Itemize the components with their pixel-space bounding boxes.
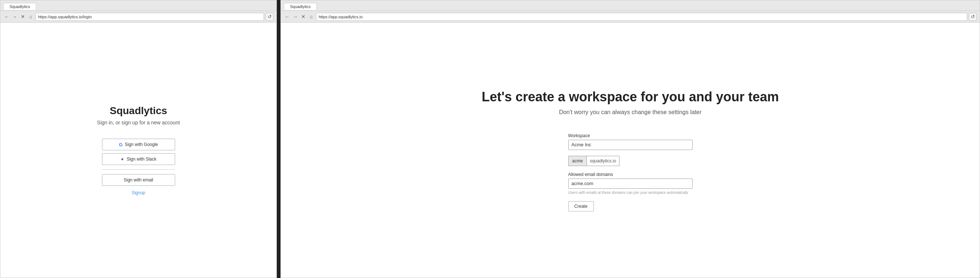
login-title: Squadlytics	[110, 105, 167, 117]
right-tab[interactable]: Squadlytics	[284, 3, 317, 10]
right-tab-title: Squadlytics	[290, 5, 310, 9]
left-browser-window: Squadlytics ← → ✕ ⌂ ↺ Squadlytics Sign i…	[0, 0, 277, 278]
left-forward-button[interactable]: →	[11, 14, 18, 20]
right-home-button[interactable]: ⌂	[308, 14, 315, 20]
left-tab-bar: Squadlytics	[0, 0, 277, 11]
right-nav-bar: ← → ✕ ⌂ ↺	[281, 11, 980, 22]
create-button[interactable]: Create	[568, 201, 594, 211]
left-address-bar[interactable]	[35, 13, 264, 21]
right-tab-bar: Squadlytics	[281, 0, 980, 11]
workspace-name-input[interactable]	[568, 140, 693, 150]
email-hint: Users with emails at these domains can j…	[568, 190, 693, 195]
auth-buttons-group: G Sign with Google ✦ Sign with Slack Sig…	[102, 139, 175, 186]
workspace-name-group: Workspace	[568, 133, 693, 150]
left-stop-button[interactable]: ✕	[19, 14, 26, 20]
signup-link[interactable]: Signup	[132, 190, 145, 195]
google-icon: G	[119, 142, 123, 148]
left-nav-bar: ← → ✕ ⌂ ↺	[0, 11, 277, 22]
right-browser-chrome: Squadlytics ← → ✕ ⌂ ↺	[281, 0, 980, 23]
domain-group: acme squadlytics.io	[568, 156, 693, 166]
domain-row: acme squadlytics.io	[568, 156, 693, 166]
allowed-email-label: Allowed email domains	[568, 172, 693, 177]
google-btn-label: Sign with Google	[125, 142, 158, 147]
email-sign-in-button[interactable]: Sign with email	[102, 174, 175, 186]
left-tab-title: Squadlytics	[10, 5, 30, 9]
right-stop-button[interactable]: ✕	[300, 14, 306, 20]
left-browser-chrome: Squadlytics ← → ✕ ⌂ ↺	[0, 0, 277, 23]
login-subtitle: Sign in, or sign up for a new account	[97, 120, 180, 125]
slack-sign-in-button[interactable]: ✦ Sign with Slack	[102, 153, 175, 165]
workspace-container: Let's create a workspace for you and you…	[281, 75, 980, 226]
domain-prefix: acme	[568, 156, 587, 166]
allowed-email-input[interactable]	[568, 178, 693, 189]
separator	[277, 0, 280, 278]
workspace-title: Let's create a workspace for you and you…	[482, 89, 779, 105]
right-forward-button[interactable]: →	[292, 14, 298, 20]
allowed-email-group: Allowed email domains Users with emails …	[568, 172, 693, 195]
auth-divider	[102, 169, 175, 170]
google-sign-in-button[interactable]: G Sign with Google	[102, 139, 175, 150]
workspace-label: Workspace	[568, 133, 693, 138]
right-address-bar[interactable]	[316, 13, 967, 21]
workspace-form: Workspace acme squadlytics.io Allowed em…	[568, 133, 693, 211]
right-back-button[interactable]: ←	[284, 14, 290, 20]
workspace-subtitle: Don't worry you can always change these …	[559, 109, 702, 116]
slack-btn-label: Sign with Slack	[127, 157, 156, 162]
email-btn-label: Sign with email	[124, 177, 153, 183]
left-reload-button[interactable]: ↺	[266, 13, 274, 21]
left-back-button[interactable]: ←	[3, 14, 10, 20]
left-tab[interactable]: Squadlytics	[3, 3, 36, 10]
left-home-button[interactable]: ⌂	[27, 14, 34, 20]
slack-icon: ✦	[120, 157, 124, 162]
right-browser-window: Squadlytics ← → ✕ ⌂ ↺ Let's create a wor…	[280, 0, 980, 278]
right-reload-button[interactable]: ↺	[969, 13, 977, 21]
left-page-content: Squadlytics Sign in, or sign up for a ne…	[0, 23, 277, 278]
right-page-content: Let's create a workspace for you and you…	[281, 23, 980, 278]
domain-suffix: squadlytics.io	[587, 156, 619, 166]
login-container: Squadlytics Sign in, or sign up for a ne…	[97, 105, 180, 195]
